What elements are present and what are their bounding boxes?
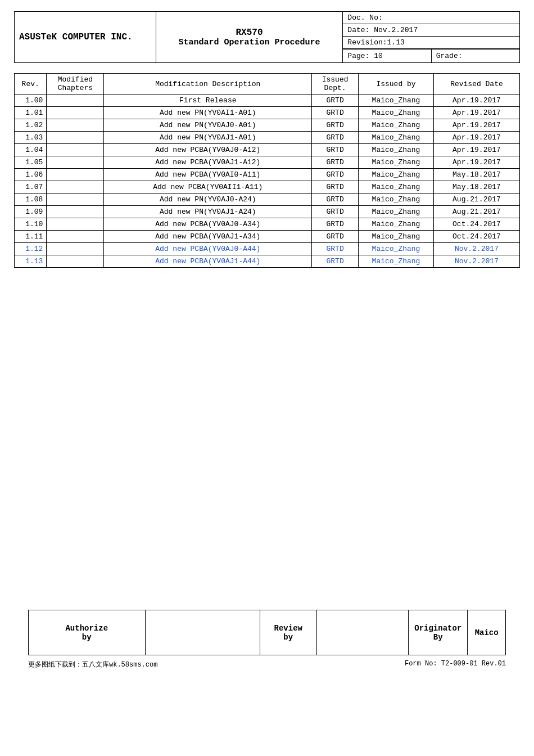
review-by-signature	[316, 610, 409, 655]
page-grade-row: Page: 10 Grade:	[343, 49, 519, 62]
date-label: Date:	[347, 26, 369, 34]
page-value: 10	[374, 52, 383, 60]
table-row: 1.03Add new PN(YV0AJ1-A01)GRTDMaico_Zhan…	[15, 132, 520, 144]
document-title: RX570 Standard Operation Procedure	[156, 12, 343, 63]
grade-cell: Grade:	[432, 50, 519, 62]
footer-right-text: Form No: T2-009-01 Rev.01	[405, 660, 506, 669]
table-row: 1.08Add new PN(YV0AJ0-A24)GRTDMaico_Zhan…	[15, 194, 520, 206]
page-label: Page:	[347, 52, 369, 60]
footer-table: Authorizeby Reviewby OriginatorBy Maico	[28, 610, 506, 655]
company-name: ASUSTeK COMPUTER INC.	[15, 12, 156, 63]
date-row: Date: Nov.2.2017	[343, 24, 519, 37]
col-issuedby: Issued by	[359, 74, 434, 94]
table-row: 1.05Add new PCBA(YV0AJ1-A12)GRTDMaico_Zh…	[15, 156, 520, 169]
revision-table: Rev. ModifiedChapters Modification Descr…	[14, 73, 520, 268]
table-row: 1.11Add new PCBA(YV0AJ1-A34)GRTDMaico_Zh…	[15, 231, 520, 243]
doc-no-label: Doc. No:	[347, 14, 382, 22]
footer-area: Authorizeby Reviewby OriginatorBy Maico …	[28, 610, 506, 669]
table-row: 1.01Add new PN(YV0AI1-A01)GRTDMaico_Zhan…	[15, 107, 520, 119]
table-row: 1.06Add new PCBA(YV0AI0-A11)GRTDMaico_Zh…	[15, 169, 520, 181]
company-text: ASUSTeK COMPUTER INC.	[19, 32, 133, 42]
table-row: 1.04Add new PCBA(YV0AJ0-A12)GRTDMaico_Zh…	[15, 144, 520, 156]
header-info: Doc. No: Date: Nov.2.2017 Revision:1.13 …	[343, 12, 520, 63]
col-modified: ModifiedChapters	[47, 74, 104, 94]
col-dept: IssuedDept.	[312, 74, 359, 94]
revision-value: 1.13	[387, 38, 405, 47]
authorize-by-signature	[145, 610, 260, 655]
col-desc: Modification Description	[104, 74, 312, 94]
footer-bottom: 更多图纸下载到：五八文库wk.58sms.com Form No: T2-009…	[28, 659, 506, 669]
originator-value-cell: Maico	[468, 610, 506, 655]
authorize-by-cell: Authorizeby	[29, 610, 146, 655]
revision-label: Revision:	[347, 38, 387, 47]
table-row: 1.13Add new PCBA(YV0AJ1-A44)GRTDMaico_Zh…	[15, 255, 520, 268]
table-row: 1.00First ReleaseGRTDMaico_ZhangApr.19.2…	[15, 94, 520, 107]
table-row: 1.07Add new PCBA(YV0AII1-A11)GRTDMaico_Z…	[15, 181, 520, 194]
table-row: 1.10Add new PCBA(YV0AJ0-A34)GRTDMaico_Zh…	[15, 218, 520, 231]
review-by-cell: Reviewby	[260, 610, 316, 655]
table-row: 1.02Add new PN(YV0AJ0-A01)GRTDMaico_Zhan…	[15, 119, 520, 132]
header-table: ASUSTeK COMPUTER INC. RX570 Standard Ope…	[14, 11, 520, 63]
table-row: 1.09Add new PN(YV0AJ1-A24)GRTDMaico_Zhan…	[15, 206, 520, 218]
grade-label: Grade:	[436, 52, 463, 60]
originator-by-cell: OriginatorBy	[409, 610, 468, 655]
revision-row: Revision:1.13	[343, 37, 519, 49]
col-rev: Rev.	[15, 74, 47, 94]
title-line1: RX570	[161, 28, 338, 38]
date-value: Nov.2.2017	[374, 26, 418, 34]
title-line2: Standard Operation Procedure	[161, 38, 338, 47]
col-date: Revised Date	[433, 74, 519, 94]
table-row: 1.12Add new PCBA(YV0AJ0-A44)GRTDMaico_Zh…	[15, 243, 520, 255]
page-cell: Page: 10	[343, 50, 431, 62]
doc-no-row: Doc. No:	[343, 12, 519, 24]
footer-left-text: 更多图纸下载到：五八文库wk.58sms.com	[28, 660, 157, 669]
